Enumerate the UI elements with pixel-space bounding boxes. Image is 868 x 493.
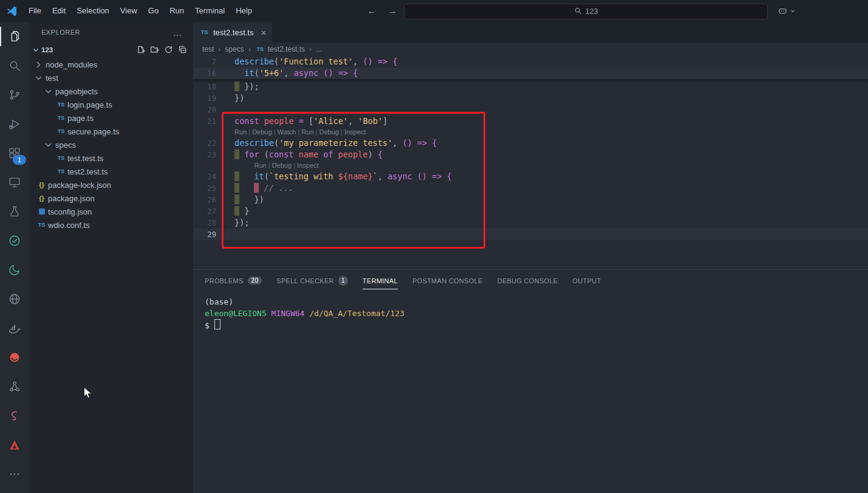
new-file-icon[interactable] [136, 45, 145, 54]
codelens-inspect[interactable]: Inspect [297, 162, 318, 169]
extensions-activity-item[interactable]: 1 [0, 139, 29, 168]
test-beaker-activity-item[interactable] [0, 197, 29, 226]
collapse-all-icon[interactable] [178, 45, 187, 54]
triangle-activity-item[interactable] [0, 430, 29, 460]
breadcrumb-test2-test-ts[interactable]: TStest2.test.ts [255, 45, 305, 53]
globe-activity-item[interactable] [0, 284, 29, 314]
tree-item-node-modules[interactable]: node_modules [29, 58, 193, 71]
tree-item-secure-page-ts[interactable]: TSsecure.page.ts [29, 125, 193, 138]
indent-highlight-decoration [234, 81, 239, 91]
code-line-24[interactable]: 24 it(`testing with ${name}`, async () =… [193, 171, 868, 182]
codelens-inspect[interactable]: Inspect [344, 128, 366, 136]
tree-item-test-test-ts[interactable]: TStest.test.ts [29, 151, 193, 165]
copilot-icon[interactable] [777, 0, 796, 22]
code-token: 'my parameterize tests' [279, 138, 392, 148]
refresh-icon[interactable] [164, 45, 173, 54]
menu-view[interactable]: View [115, 0, 143, 22]
menu-terminal[interactable]: Terminal [190, 0, 230, 22]
search-activity-item[interactable] [0, 51, 29, 80]
code-line-20[interactable]: 20 [193, 104, 868, 115]
code-line-29[interactable]: 29 [193, 229, 868, 240]
command-center-search[interactable]: 123 [404, 4, 768, 19]
codelens-debug[interactable]: Debug [252, 128, 272, 136]
tree-item-test2-test-ts[interactable]: TStest2.test.ts [29, 165, 193, 178]
vscode-logo-icon[interactable] [0, 5, 23, 17]
tree-item-pageobjects[interactable]: pageobjects [29, 84, 193, 98]
explorer-activity-item[interactable] [0, 22, 29, 51]
tree-item-login-page-ts[interactable]: TSlogin.page.ts [29, 98, 193, 111]
views-more-icon[interactable]: … [173, 27, 183, 38]
menu-go[interactable]: Go [143, 0, 164, 22]
breadcrumb-specs[interactable]: specs [225, 45, 244, 53]
code-line-22[interactable]: 22describe('my parameterize tests', () =… [193, 137, 868, 149]
breadcrumb: test›specs›TStest2.test.ts›... [193, 43, 868, 56]
code-content: describe('Function test', () => { [216, 56, 397, 67]
code-line-16[interactable]: 16 it('5+6', async () => { [193, 67, 868, 79]
codelens-debug[interactable]: Debug [320, 128, 339, 136]
terminal-text: MINGW64 [272, 309, 305, 318]
code-content: }) [216, 194, 264, 205]
tree-item-wdio-conf-ts[interactable]: TSwdio.conf.ts [29, 218, 193, 232]
code-line-21[interactable]: 21const people = ['Alice', 'Bob'] [193, 115, 868, 127]
codelens-separator: | [314, 128, 320, 136]
tree-item-test[interactable]: test [29, 71, 193, 84]
panel-tab-output[interactable]: OUTPUT [573, 272, 601, 289]
forward-arrow-icon[interactable]: → [388, 5, 397, 16]
breadcrumb--[interactable]: ... [316, 45, 322, 53]
tree-item-tsconfig-json[interactable]: tsconfig.json [29, 205, 193, 218]
code-line-28[interactable]: 28}); [193, 217, 868, 229]
menu-selection[interactable]: Selection [71, 0, 114, 22]
code-line-18[interactable]: 18 }); [193, 81, 868, 92]
new-folder-icon[interactable] [150, 45, 159, 54]
run-debug-activity-item[interactable] [0, 109, 29, 139]
code-token: ( [274, 57, 279, 66]
codelens-run[interactable]: Run [301, 128, 313, 136]
menu-edit[interactable]: Edit [47, 0, 71, 22]
menu-run[interactable]: Run [164, 0, 190, 22]
chevron-down-icon [790, 8, 796, 14]
panel-tab-postman-console[interactable]: POSTMAN CONSOLE [412, 272, 483, 289]
menu-help[interactable]: Help [230, 0, 258, 22]
code-line-26[interactable]: 26 }) [193, 194, 868, 205]
panel-tab-problems[interactable]: PROBLEMS20 [205, 272, 262, 289]
tab-test2-test-ts[interactable]: TS test2.test.ts × [193, 22, 272, 43]
tree-item-label: test.test.ts [67, 154, 103, 163]
terminal[interactable]: (base)eleon@LEGION5 MINGW64 /d/QA_A/Test… [193, 291, 868, 331]
codelens-watch[interactable]: Watch [278, 128, 296, 136]
terminal-cursor[interactable] [214, 319, 220, 329]
codelens-run[interactable]: Run [255, 162, 267, 169]
tree-item-package-json[interactable]: {}package.json [29, 191, 193, 205]
workspace-section-header[interactable]: 123 [29, 43, 193, 57]
code-editor[interactable]: 7describe('Function test', () => {16 it(… [193, 56, 868, 269]
code-line-25[interactable]: 25 // ... [193, 182, 868, 194]
panel-tab-debug-console[interactable]: DEBUG CONSOLE [497, 272, 558, 289]
docker-activity-item[interactable] [0, 314, 29, 343]
code-line-19[interactable]: 19}) [193, 92, 868, 104]
panel-tab-terminal[interactable]: TERMINAL [363, 272, 398, 289]
red-dot-activity-item[interactable] [0, 343, 29, 372]
line-number: 19 [193, 92, 216, 104]
tree-item-package-lock-json[interactable]: {}package-lock.json [29, 178, 193, 191]
code-line-27[interactable]: 27 } [193, 205, 868, 217]
close-icon[interactable]: × [261, 27, 266, 38]
more-activity-item[interactable] [0, 460, 29, 489]
tree-item-page-ts[interactable]: TSpage.ts [29, 111, 193, 125]
remote-explorer-activity-item[interactable] [0, 168, 29, 197]
tree-item-specs[interactable]: specs [29, 138, 193, 151]
source-control-activity-item[interactable] [0, 80, 29, 109]
titlebar: FileEditSelectionViewGoRunTerminalHelp ←… [0, 0, 868, 22]
code-line-7[interactable]: 7describe('Function test', () => { [193, 56, 868, 67]
back-arrow-icon[interactable]: ← [367, 5, 377, 16]
menu-file[interactable]: File [23, 0, 47, 22]
breadcrumb-test[interactable]: test [202, 45, 214, 53]
codelens-debug[interactable]: Debug [272, 162, 292, 169]
panel-tab-badge: 20 [248, 277, 262, 284]
terminal-line: (base) [205, 296, 868, 308]
flamingo-activity-item[interactable] [0, 401, 29, 430]
panel-tab-spell-checker[interactable]: SPELL CHECKER1 [276, 272, 348, 289]
codelens-run[interactable]: Run [234, 128, 247, 136]
crescent-activity-item[interactable] [0, 255, 29, 284]
molecule-activity-item[interactable] [0, 372, 29, 401]
check-circle-activity-item[interactable] [0, 226, 29, 255]
code-line-23[interactable]: 23 for (const name of people) { [193, 149, 868, 160]
